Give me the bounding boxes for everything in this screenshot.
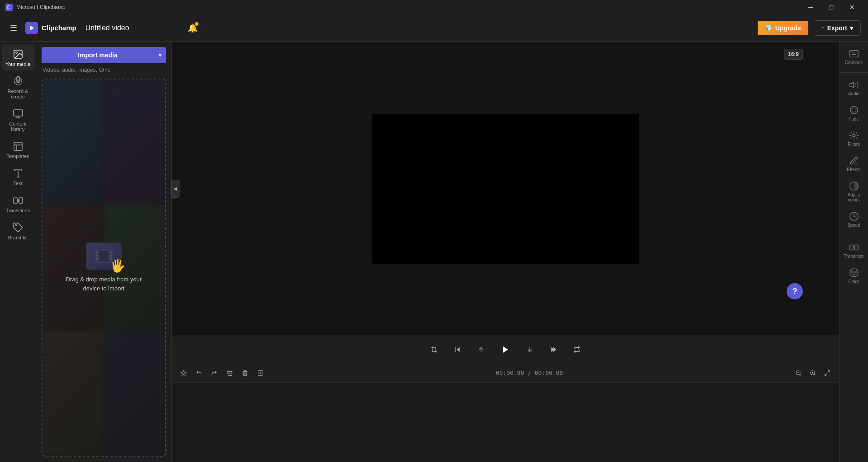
close-button[interactable]: ✕ (842, 0, 863, 14)
hamburger-button[interactable]: ☰ (7, 20, 20, 36)
right-panel-color[interactable]: Color (841, 264, 867, 288)
svg-rect-25 (110, 252, 112, 253)
import-btn-row: Import media ▾ (42, 47, 166, 63)
delete-icon (242, 370, 248, 376)
svg-marker-34 (181, 370, 186, 375)
delete-button[interactable] (239, 367, 251, 379)
fade-label: Fade (849, 117, 859, 121)
fast-forward-button[interactable] (546, 342, 561, 357)
text-icon (13, 168, 24, 179)
preview-wrapper: ◀ (172, 114, 839, 264)
fade-icon (849, 105, 859, 115)
sidebar-item-brand-kit[interactable]: Brand kit (2, 219, 34, 244)
right-panel-filters[interactable]: Filters (841, 127, 867, 150)
crop-button[interactable] (427, 342, 441, 357)
right-panel-transition[interactable]: Transition (841, 239, 867, 262)
media-thumb-5 (42, 331, 104, 456)
svg-rect-8 (17, 76, 19, 81)
maximize-button[interactable]: □ (821, 0, 842, 14)
record-create-icon (13, 76, 24, 87)
svg-rect-18 (19, 198, 23, 203)
import-media-dropdown-button[interactable]: ▾ (154, 47, 166, 63)
svg-rect-49 (849, 51, 858, 57)
loop-button[interactable] (570, 342, 584, 357)
add-media-button[interactable] (254, 367, 267, 379)
video-title-input[interactable] (82, 22, 179, 34)
undo-button[interactable] (193, 367, 205, 379)
main-area: 16:9 ◀ ? (172, 42, 839, 462)
redo-button[interactable] (208, 367, 221, 379)
right-panel-effects[interactable]: Effects (841, 152, 867, 176)
timeline-toolbar: 00:00.00 / 00:00.00 (172, 363, 839, 383)
aspect-ratio-badge[interactable]: 16:9 (784, 49, 803, 60)
sidebar-item-your-media[interactable]: Your media (2, 45, 34, 70)
svg-rect-9 (14, 110, 23, 116)
step-back-button[interactable] (474, 342, 488, 357)
sidebar-item-templates[interactable]: Templates (2, 137, 34, 163)
drop-icon: 🖐 (86, 243, 122, 270)
collapse-panel-button[interactable]: ◀ (171, 180, 179, 198)
loop-icon (573, 346, 580, 353)
sidebar-item-transitions[interactable]: Transitions (2, 191, 34, 217)
split-icon (226, 370, 233, 376)
transition-icon (849, 243, 859, 252)
svg-rect-22 (96, 252, 98, 253)
svg-point-59 (851, 271, 853, 273)
timeline-zoom-controls (792, 367, 834, 379)
split-button[interactable] (223, 367, 236, 379)
title-bar-title: Microsoft Clipchamp (16, 4, 797, 10)
filters-icon (849, 131, 859, 140)
fit-timeline-button[interactable] (821, 367, 834, 379)
minimize-button[interactable]: ─ (800, 0, 821, 14)
zoom-in-button[interactable] (807, 367, 819, 379)
upgrade-button[interactable]: 💎 Upgrade (758, 21, 808, 35)
sidebar-item-record-create[interactable]: Record & create (2, 72, 34, 103)
svg-line-48 (825, 373, 827, 375)
export-button[interactable]: ↑ Export ▾ (814, 20, 861, 36)
magic-tool-button[interactable] (177, 367, 190, 379)
svg-marker-29 (457, 347, 460, 352)
export-icon: ↑ (821, 24, 825, 32)
fit-icon (824, 370, 830, 376)
rewind-button[interactable] (450, 342, 465, 357)
filters-label: Filters (848, 142, 860, 147)
media-panel-header: Import media ▾ Videos, audio, images, GI… (36, 42, 171, 79)
media-drop-zone[interactable]: 🖐 Drag & drop media from your device to … (42, 79, 166, 457)
video-preview (372, 114, 639, 264)
right-panel-fade[interactable]: Fade (841, 102, 867, 125)
sidebar-label-record-create: Record & create (4, 89, 33, 99)
notification-button[interactable]: 🔔 (185, 20, 200, 36)
your-media-icon (13, 49, 24, 60)
svg-point-20 (15, 225, 16, 226)
export-label: Export (827, 24, 847, 32)
audio-icon (849, 80, 859, 90)
captions-label: Captions (845, 60, 863, 65)
playback-controls (172, 336, 839, 363)
zoom-out-button[interactable] (792, 367, 805, 379)
sidebar-label-content-library: Content library (4, 121, 33, 132)
import-media-button[interactable]: Import media (42, 47, 154, 63)
step-forward-button[interactable] (523, 342, 537, 357)
right-panel-audio[interactable]: Audio (841, 76, 867, 100)
app-logo-icon (25, 22, 38, 34)
media-thumb-1 (42, 79, 104, 204)
media-panel: Import media ▾ Videos, audio, images, GI… (36, 42, 172, 462)
zoom-in-icon (810, 370, 816, 376)
timeline-timestamp: 00:00.00 / 00:00.00 (269, 369, 789, 376)
svg-rect-23 (96, 255, 98, 257)
right-panel-captions[interactable]: Captions (841, 45, 867, 69)
svg-marker-31 (503, 346, 508, 353)
right-panel-speed[interactable]: Speed (841, 208, 867, 231)
media-thumb-6 (104, 331, 165, 456)
svg-point-53 (853, 134, 855, 137)
app-icon: C (5, 4, 13, 11)
help-button[interactable]: ? (787, 283, 803, 299)
play-button[interactable] (497, 341, 514, 358)
app-logo-text: Clipchamp (42, 24, 76, 32)
drop-zone-content: 🖐 Drag & drop media from your device to … (63, 243, 145, 293)
sidebar-item-text[interactable]: Text (2, 164, 34, 190)
svg-line-41 (800, 374, 801, 375)
sidebar-item-content-library[interactable]: Content library (2, 105, 34, 135)
right-panel-adjust-colors[interactable]: Adjust colors (841, 177, 867, 206)
svg-rect-24 (96, 258, 98, 260)
